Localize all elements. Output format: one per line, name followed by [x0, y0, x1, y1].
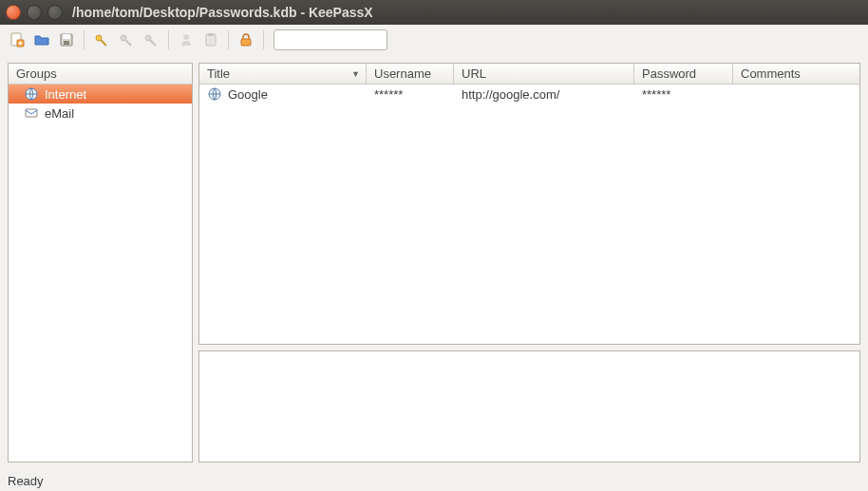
- key-edit-icon: [119, 32, 134, 47]
- edit-entry-button[interactable]: [115, 28, 138, 51]
- search-input[interactable]: [274, 29, 387, 50]
- main-area: Groups Internet eMail: [0, 55, 868, 470]
- toolbar-separator: [168, 30, 169, 49]
- entries-rows: Google ****** http://google.com/ ******: [199, 85, 859, 344]
- svg-point-8: [183, 34, 189, 40]
- svg-rect-4: [64, 41, 69, 45]
- save-database-button[interactable]: [55, 28, 78, 51]
- detail-panel: [198, 350, 860, 463]
- groups-header: Groups: [9, 64, 192, 85]
- sort-descending-icon: ▼: [351, 69, 360, 79]
- toolbar-separator: [263, 30, 264, 49]
- group-item-internet[interactable]: Internet: [9, 85, 192, 104]
- groups-panel: Groups Internet eMail: [8, 63, 193, 463]
- open-database-button[interactable]: [30, 28, 53, 51]
- toolbar-separator: [228, 30, 229, 49]
- column-header-comments[interactable]: Comments: [733, 64, 859, 84]
- toolbar: [0, 25, 868, 55]
- close-icon[interactable]: [6, 5, 21, 20]
- entries-panel: Title ▼ Username URL Password Comments G…: [198, 63, 860, 345]
- group-item-label: Internet: [45, 87, 86, 102]
- entry-title: Google: [228, 87, 268, 102]
- statusbar: Ready: [0, 470, 868, 491]
- svg-rect-13: [26, 109, 37, 117]
- copy-username-button[interactable]: [175, 28, 198, 51]
- clipboard-icon: [203, 32, 218, 47]
- delete-entry-button[interactable]: [140, 28, 162, 51]
- toolbar-separator: [84, 30, 85, 49]
- copy-password-button[interactable]: [199, 28, 222, 51]
- save-icon: [59, 32, 74, 47]
- group-item-email[interactable]: eMail: [9, 104, 192, 123]
- lock-icon: [238, 32, 254, 47]
- status-text: Ready: [8, 474, 44, 488]
- titlebar: /home/tom/Desktop/Passwords.kdb - KeePas…: [0, 0, 868, 25]
- new-database-button[interactable]: [6, 28, 28, 51]
- key-delete-icon: [143, 32, 159, 47]
- folder-open-icon: [34, 32, 49, 47]
- entry-row[interactable]: Google ****** http://google.com/ ******: [199, 85, 859, 104]
- add-entry-button[interactable]: [90, 28, 113, 51]
- group-item-label: eMail: [45, 106, 74, 121]
- entry-username: ******: [367, 87, 454, 102]
- minimize-icon[interactable]: [27, 5, 42, 20]
- column-header-username[interactable]: Username: [367, 64, 454, 84]
- globe-icon: [24, 86, 39, 102]
- entries-header: Title ▼ Username URL Password Comments: [199, 64, 859, 85]
- column-header-title[interactable]: Title ▼: [199, 64, 367, 84]
- svg-rect-10: [208, 33, 214, 36]
- column-header-label: Title: [207, 66, 230, 81]
- groups-tree: Internet eMail: [9, 85, 192, 462]
- key-add-icon: [94, 32, 109, 47]
- column-header-password[interactable]: Password: [634, 64, 733, 84]
- lock-workspace-button[interactable]: [235, 28, 257, 51]
- mail-icon: [24, 105, 39, 121]
- entry-url: http://google.com/: [454, 87, 634, 102]
- window-controls: [6, 5, 63, 20]
- svg-rect-11: [241, 39, 251, 46]
- entry-password: ******: [634, 87, 733, 102]
- groups-header-label[interactable]: Groups: [9, 64, 192, 84]
- svg-rect-3: [63, 34, 70, 39]
- column-header-url[interactable]: URL: [454, 64, 634, 84]
- window-title: /home/tom/Desktop/Passwords.kdb - KeePas…: [72, 5, 373, 20]
- user-copy-icon: [179, 32, 194, 47]
- maximize-icon[interactable]: [47, 5, 63, 20]
- globe-icon: [207, 86, 222, 102]
- new-file-icon: [9, 32, 25, 47]
